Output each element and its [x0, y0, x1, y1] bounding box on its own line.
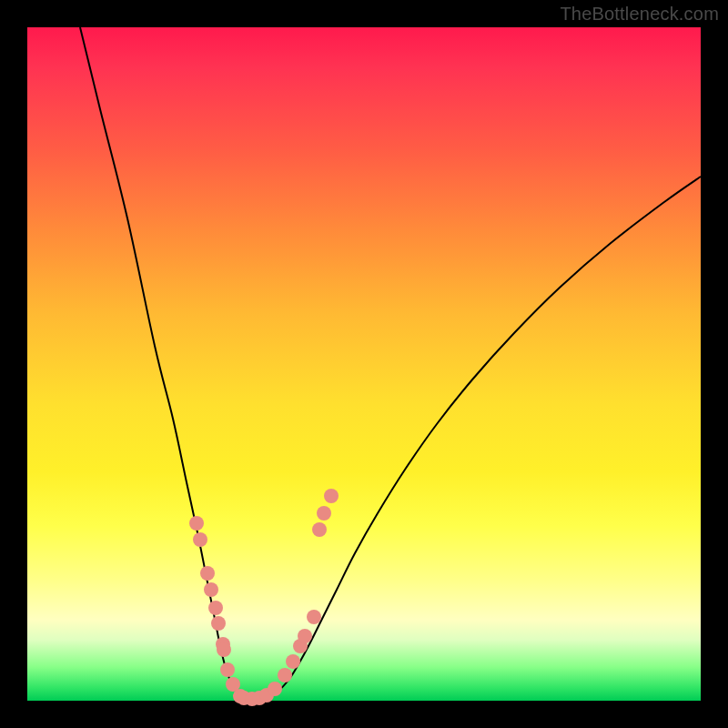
data-point: [268, 682, 282, 696]
data-point: [217, 642, 231, 657]
data-point: [204, 582, 218, 597]
data-point: [193, 532, 207, 547]
data-point: [200, 566, 215, 581]
data-point: [312, 522, 327, 537]
data-point: [307, 610, 321, 624]
data-point: [324, 489, 339, 503]
data-point: [286, 654, 300, 669]
watermark-text: TheBottleneck.com: [560, 4, 719, 25]
data-point: [220, 662, 235, 677]
data-point: [278, 668, 292, 682]
data-point: [317, 506, 331, 521]
chart-frame: TheBottleneck.com: [0, 0, 728, 728]
data-point: [211, 616, 226, 631]
data-point: [189, 516, 204, 531]
chart-svg: [27, 27, 701, 701]
data-point: [208, 601, 223, 615]
scatter-points: [189, 489, 339, 706]
bottleneck-curve: [80, 27, 701, 700]
data-point: [298, 629, 312, 643]
